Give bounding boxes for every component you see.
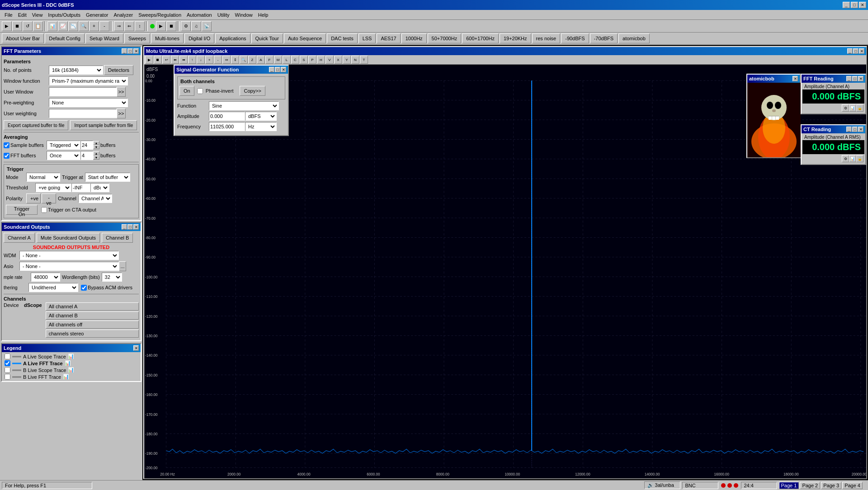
inner-tb-15[interactable]: F [265,56,274,64]
threshold-value-input[interactable] [71,183,90,192]
user-window-browse[interactable]: >> [117,87,126,97]
inner-tb-20[interactable]: P [308,56,316,64]
inner-tb-16[interactable]: M [274,56,282,64]
inner-tb-24[interactable]: Y [343,56,351,64]
toolbar-btn-6[interactable]: 📈 [58,21,68,31]
inner-tb-8[interactable]: + [205,56,213,64]
frequency-unit-select[interactable]: Hz [245,122,277,131]
asio-config-button[interactable]: ... [119,261,126,271]
inner-tb-26[interactable]: T [360,56,368,64]
inner-tb-17[interactable]: L [283,56,291,64]
toolbar-btn-9[interactable]: + [89,21,99,31]
inner-maximize[interactable]: □ [853,48,859,54]
inner-tb-10[interactable]: ⇔ [222,56,231,64]
inner-minimize[interactable]: _ [847,48,853,54]
all-channel-a-button[interactable]: All channel A [46,302,139,311]
soundcard-panel-close[interactable]: ✕ [133,224,139,230]
inner-tb-11[interactable]: ⇕ [231,56,239,64]
nav-btn-lss[interactable]: LSS [359,33,376,43]
nav-btn-quick-tour[interactable]: Quick Tour [251,33,283,43]
menu-item-utility[interactable]: Utility [215,11,232,19]
inner-tb-13[interactable]: Z [248,56,256,64]
maximize-button[interactable]: □ [851,2,858,8]
all-channel-b-button[interactable]: All channel B [46,311,139,320]
inner-tb-19[interactable]: S [300,56,308,64]
nav-btn-600-1700hz[interactable]: 600+1700Hz [462,33,499,43]
sample-buffers-checkbox[interactable] [4,142,9,148]
atomicbob-close[interactable]: ✕ [793,76,798,81]
fft-panel-maximize[interactable]: □ [127,48,133,54]
threshold-unit-select[interactable]: dBu [90,183,109,192]
nav-btn-sweeps[interactable]: Sweeps [124,33,150,43]
copy-button[interactable]: Copy>> [240,86,265,96]
legend-item-4-checkbox[interactable] [5,374,10,380]
fft-buffers-mode[interactable]: Once [47,151,80,160]
channels-stereo-button[interactable]: channels stereo [46,330,139,338]
inner-tb-18[interactable]: C [291,56,299,64]
mode-select[interactable]: Normal [26,173,60,182]
sample-buffers-up[interactable]: ▲ [93,141,99,145]
fft-buffers-down[interactable]: ▼ [93,155,99,160]
asio-select[interactable]: - None - [19,262,119,271]
page-tab-2[interactable]: Page 2 [800,482,820,489]
user-weighting-input[interactable] [49,109,117,118]
inner-tb-1[interactable]: ▶ [145,56,153,64]
channel-a-button[interactable]: Channel A [4,233,35,243]
fft-reading-minimize[interactable]: _ [846,76,852,81]
signal-gen-maximize[interactable]: □ [275,67,280,72]
inner-tb-7[interactable]: ↓ [197,56,205,64]
detectors-button[interactable]: Detectors [104,65,133,75]
all-channels-off-button[interactable]: All channels off [46,320,139,329]
channel-select[interactable]: Channel A [78,194,112,203]
inner-tb-12[interactable]: 🔍 [240,56,248,64]
trigger-cta-checkbox[interactable] [41,207,47,213]
menu-item-edit[interactable]: Edit [15,11,29,19]
dithering-select[interactable]: Undithered [28,283,78,292]
menu-item-automation[interactable]: Automation [184,11,215,19]
fft-panel-minimize[interactable]: _ [122,48,127,54]
inner-tb-3[interactable]: ↩ [162,56,170,64]
toolbar-btn-7[interactable]: 📉 [68,21,78,31]
ct-settings-btn[interactable]: ⚙ [842,155,849,162]
nav-btn-default-config[interactable]: Default Config [45,33,85,43]
signal-gen-minimize[interactable]: _ [269,67,274,72]
legend-item-3-checkbox[interactable] [5,367,10,373]
inner-tb-9[interactable]: - [214,56,222,64]
nav-btn--70dbfs[interactable]: -70dBFS [590,33,618,43]
toolbar-btn-10[interactable]: - [99,21,109,31]
amplitude-input[interactable] [209,112,245,121]
toolbar-btn-14[interactable]: ▶ [156,21,166,31]
ct-chart-btn[interactable]: 📊 [849,155,856,162]
inner-tb-2[interactable]: ⏹ [154,56,162,64]
trigger-on-button[interactable]: Trigger On [6,205,38,215]
nav-btn-50-7000hz[interactable]: 50+7000Hz [428,33,462,43]
threshold-polarity-select[interactable]: +ve going [35,183,71,192]
menu-item-window[interactable]: Window [232,11,255,19]
ct-reading-maximize[interactable]: □ [852,127,858,132]
fft-chart-btn[interactable]: 📊 [849,104,856,112]
fft-buffers-checkbox[interactable] [4,153,9,159]
trigger-at-select[interactable]: Start of buffer [85,173,130,182]
page-tab-3[interactable]: Page 3 [821,482,841,489]
menu-item-analyzer[interactable]: Analyzer [111,11,136,19]
ct-lock-btn[interactable]: 🔒 [856,155,863,162]
fft-reading-maximize[interactable]: □ [852,76,858,81]
toolbar-btn-8[interactable]: 🔍 [79,21,89,31]
inner-close[interactable]: ✕ [859,48,864,54]
minimize-button[interactable]: _ [843,2,850,8]
channel-b-button[interactable]: Channel B [102,233,133,243]
polarity-neg-button[interactable]: -ve [42,193,56,203]
nav-btn-atomicbob[interactable]: atomicbob [618,33,650,43]
nav-btn-19-20khz[interactable]: 19+20KHz [500,33,531,43]
nav-btn-digital-i/o[interactable]: Digital I/O [184,33,214,43]
sample-rate-select[interactable]: 48000 [31,273,60,282]
on-button[interactable]: On [179,86,194,96]
inner-tb-25[interactable]: N [351,56,359,64]
nav-btn-dac-tests[interactable]: DAC tests [327,33,358,43]
wordlength-select[interactable]: 32 [102,273,122,282]
inner-tb-5[interactable]: ➡ [179,56,188,64]
close-button[interactable]: ✕ [859,2,866,8]
inner-tb-23[interactable]: X [334,56,342,64]
nav-btn-about-user-bar[interactable]: About User Bar [2,33,44,43]
legend-item-1-checkbox[interactable] [5,353,10,359]
